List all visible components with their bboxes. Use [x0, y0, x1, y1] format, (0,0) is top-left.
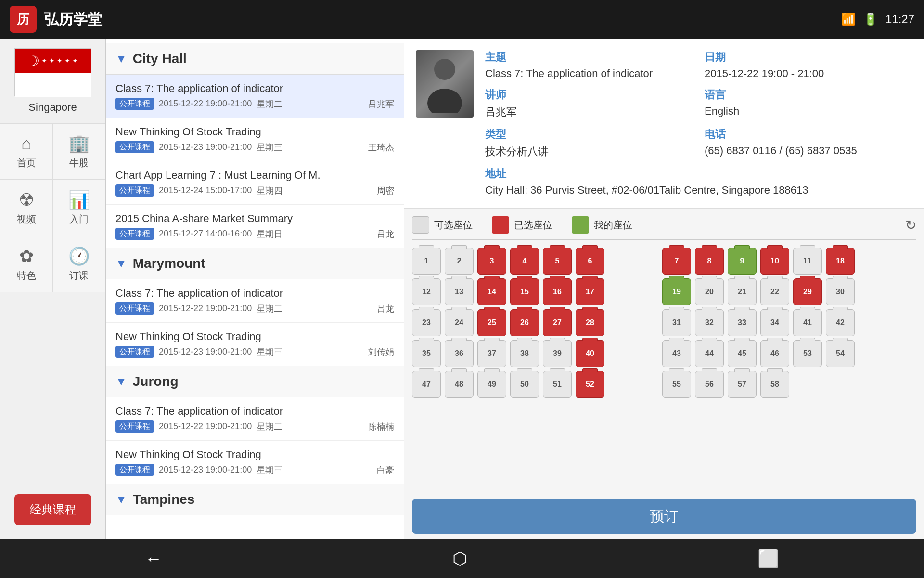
- status-bar: 📶 🔋 11:27: [841, 13, 914, 26]
- seat-2[interactable]: 2: [445, 248, 474, 275]
- course-item[interactable]: New Thinking Of Stock Trading 公开课程 2015-…: [106, 441, 404, 484]
- seat-33[interactable]: 33: [728, 309, 757, 336]
- language-group: 语言 English: [705, 88, 912, 119]
- classic-courses-button[interactable]: 经典课程: [14, 494, 91, 525]
- seat-50[interactable]: 50: [510, 371, 539, 398]
- seat-52[interactable]: 52: [576, 371, 604, 398]
- venue-header-tampines[interactable]: ▼ Tampines: [106, 484, 404, 515]
- seat-39[interactable]: 39: [543, 340, 572, 367]
- seat-41[interactable]: 41: [793, 309, 822, 336]
- entry-icon: 📊: [68, 190, 90, 210]
- venue-arrow-icon: ▼: [116, 375, 127, 388]
- seat-56[interactable]: 56: [695, 371, 724, 398]
- sidebar-item-order[interactable]: 🕐 订课: [53, 236, 106, 292]
- seat-29[interactable]: 29: [793, 278, 822, 305]
- phone-group: 电话 (65) 6837 0116 / (65) 6837 0535: [705, 127, 912, 159]
- course-item[interactable]: New Thinking Of Stock Trading 公开课程 2015-…: [106, 323, 404, 366]
- venue-header-marymount[interactable]: ▼ Marymount: [106, 248, 404, 279]
- detail-panel: 主题 Class 7: The application of indicator…: [404, 39, 924, 539]
- seat-22[interactable]: 22: [760, 278, 789, 305]
- seat-25[interactable]: 25: [477, 309, 506, 336]
- sidebar-item-video[interactable]: ☢ 视频: [0, 180, 53, 236]
- seat-11[interactable]: 11: [793, 248, 822, 275]
- seat-7[interactable]: 7: [662, 248, 691, 275]
- seat-28[interactable]: 28: [576, 309, 604, 336]
- seat-16[interactable]: 16: [543, 278, 572, 305]
- course-item[interactable]: New Thinking Of Stock Trading 公开课程 2015-…: [106, 118, 404, 161]
- venue-arrow-icon: ▼: [116, 52, 127, 66]
- seat-48[interactable]: 48: [445, 371, 474, 398]
- seat-55[interactable]: 55: [662, 371, 691, 398]
- venue-header-jurong[interactable]: ▼ Jurong: [106, 366, 404, 397]
- seat-43[interactable]: 43: [662, 340, 691, 367]
- seat-18[interactable]: 18: [826, 248, 855, 275]
- seat-40[interactable]: 40: [576, 340, 604, 367]
- recents-button[interactable]: ⬜: [757, 549, 779, 569]
- right-seat-block: 7891011181920212229303132333441424344454…: [662, 248, 855, 398]
- wifi-icon: 📶: [841, 13, 856, 26]
- seat-4[interactable]: 4: [510, 248, 539, 275]
- seat-17[interactable]: 17: [576, 278, 604, 305]
- seat-19[interactable]: 19: [662, 278, 691, 305]
- seat-36[interactable]: 36: [445, 340, 474, 367]
- address-group: 地址 City Hall: 36 Purvis Street, #02-06/0…: [485, 167, 912, 197]
- seat-24[interactable]: 24: [445, 309, 474, 336]
- course-list: ▼ City Hall Class 7: The application of …: [106, 39, 404, 539]
- course-item[interactable]: Class 7: The application of indicator 公开…: [106, 397, 404, 441]
- back-button[interactable]: ←: [145, 549, 162, 569]
- sidebar-item-entry[interactable]: 📊 入门: [53, 180, 106, 236]
- type-group: 类型 技术分析八讲: [485, 127, 693, 159]
- course-item[interactable]: 2015 China A-share Market Summary 公开课程 2…: [106, 205, 404, 248]
- seat-47[interactable]: 47: [412, 371, 441, 398]
- course-item[interactable]: Chart App Learning 7 : Must Learning Of …: [106, 161, 404, 205]
- seat-5[interactable]: 5: [543, 248, 572, 275]
- available-icon: [412, 216, 429, 234]
- seat-35[interactable]: 35: [412, 340, 441, 367]
- seat-51[interactable]: 51: [543, 371, 572, 398]
- seat-26[interactable]: 26: [510, 309, 539, 336]
- refresh-button[interactable]: ↻: [905, 217, 916, 233]
- seat-13[interactable]: 13: [445, 278, 474, 305]
- seat-12[interactable]: 12: [412, 278, 441, 305]
- seat-23[interactable]: 23: [412, 309, 441, 336]
- seat-15[interactable]: 15: [510, 278, 539, 305]
- seat-14[interactable]: 14: [477, 278, 506, 305]
- legend-available: 可选座位: [412, 216, 473, 234]
- seat-45[interactable]: 45: [728, 340, 757, 367]
- seat-38[interactable]: 38: [510, 340, 539, 367]
- seat-37[interactable]: 37: [477, 340, 506, 367]
- crescent-icon: ☽: [27, 53, 39, 69]
- seat-21[interactable]: 21: [728, 278, 757, 305]
- sidebar-item-feature[interactable]: ✿ 特色: [0, 236, 53, 292]
- seat-20[interactable]: 20: [695, 278, 724, 305]
- course-item[interactable]: Class 7: The application of indicator 公开…: [106, 279, 404, 323]
- seat-44[interactable]: 44: [695, 340, 724, 367]
- course-item[interactable]: Class 7: The application of indicator 公开…: [106, 75, 404, 118]
- seat-58[interactable]: 58: [760, 371, 789, 398]
- seat-42[interactable]: 42: [826, 309, 855, 336]
- seat-46[interactable]: 46: [760, 340, 789, 367]
- seat-10[interactable]: 10: [760, 248, 789, 275]
- seat-6[interactable]: 6: [576, 248, 604, 275]
- seat-49[interactable]: 49: [477, 371, 506, 398]
- seat-34[interactable]: 34: [760, 309, 789, 336]
- book-button[interactable]: 预订: [412, 499, 916, 534]
- seat-9[interactable]: 9: [728, 248, 757, 275]
- seat-3[interactable]: 3: [477, 248, 506, 275]
- venue-header-city-hall[interactable]: ▼ City Hall: [106, 43, 404, 75]
- left-seat-block: 1234561213141516172324252627283536373839…: [412, 248, 604, 398]
- nav-grid: ⌂ 首页 🏢 牛股 ☢ 视频 📊 入门 ✿ 特色 🕐 订课: [0, 123, 105, 292]
- sidebar-item-bull[interactable]: 🏢 牛股: [53, 123, 106, 180]
- home-button[interactable]: ⬡: [452, 549, 467, 569]
- seat-54[interactable]: 54: [826, 340, 855, 367]
- sidebar-item-home[interactable]: ⌂ 首页: [0, 123, 53, 180]
- seat-31[interactable]: 31: [662, 309, 691, 336]
- seat-57[interactable]: 57: [728, 371, 757, 398]
- seat-30[interactable]: 30: [826, 278, 855, 305]
- seat-1[interactable]: 1: [412, 248, 441, 275]
- seat-53[interactable]: 53: [793, 340, 822, 367]
- seat-section: 可选座位 已选座位 我的座位 ↻ 12345612131415161723242…: [404, 209, 924, 493]
- seat-32[interactable]: 32: [695, 309, 724, 336]
- seat-27[interactable]: 27: [543, 309, 572, 336]
- seat-8[interactable]: 8: [695, 248, 724, 275]
